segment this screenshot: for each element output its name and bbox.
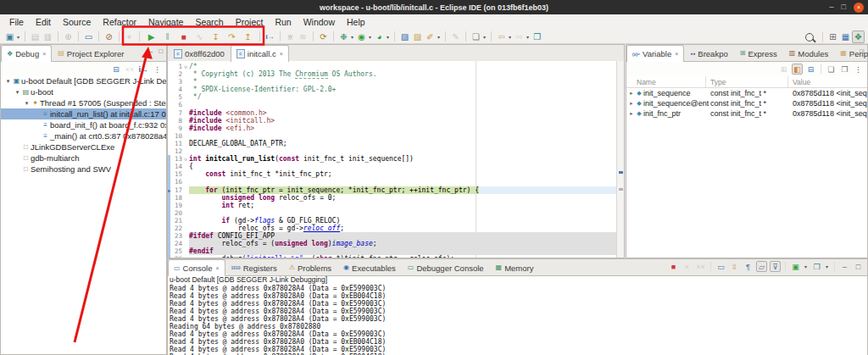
suspend-icon[interactable]: ‖ [159, 31, 175, 43]
line-number[interactable]: 12 [168, 147, 182, 155]
line-number[interactable]: 3 [168, 78, 182, 86]
refresh-icon[interactable]: ⟳ [317, 31, 330, 43]
line-number[interactable]: 4 [168, 86, 182, 93]
hide-frames-icon[interactable]: ≋ [297, 31, 309, 43]
line-number[interactable]: 9 [168, 125, 182, 132]
variable-row[interactable]: ▸◆init_sequence@entconst init_fnc_t *0x8… [626, 98, 867, 108]
code-line-23[interactable]: 23#ifdef CONFIG_EFI_APP [168, 232, 616, 240]
show-stdout-icon[interactable]: ▱ [756, 261, 767, 272]
view-tab-debugger-console[interactable]: ▭Debugger Console [402, 259, 490, 275]
maximize-icon[interactable]: □ [853, 261, 864, 272]
debug-button-dropdown[interactable]: ▾ [351, 34, 353, 40]
show-logical-structure-icon[interactable]: ◧ [792, 64, 803, 75]
disconnect-icon[interactable]: ∿ [192, 31, 208, 43]
code-line-18[interactable]: 18 unsigned long reloc_ofs = 0; [168, 194, 616, 202]
view-tab-memory[interactable]: ▦Memory [490, 259, 540, 275]
forward-icon[interactable]: ⇨ [513, 31, 526, 43]
forward-icon-dropdown[interactable]: ▾ [526, 34, 529, 40]
code-line-6[interactable]: 6 [168, 101, 616, 108]
view-tab-registers[interactable]: 1010Registers [225, 259, 283, 275]
line-number[interactable]: 8 [168, 117, 182, 125]
fold-minus-icon[interactable]: ⊖ [182, 63, 189, 70]
collapse-all-icon[interactable]: ⊟ [110, 64, 121, 75]
open-type-icon[interactable]: ▨ [398, 31, 411, 43]
variable-row[interactable]: ▸◆init_fnc_ptrconst init_fnc_t *0x8785d1… [626, 108, 867, 119]
instruction-stepping-mode-icon[interactable]: i→ [137, 64, 149, 75]
editor-tab-initcall-c[interactable]: cinitcall.c× [231, 45, 289, 62]
minimize-window-icon[interactable]: – [830, 3, 834, 11]
use-step-filters-icon[interactable]: ⋇ [284, 31, 297, 43]
search-icon[interactable] [805, 33, 814, 42]
maximize-view-icon[interactable]: □ [159, 47, 163, 56]
word-wrap-icon[interactable]: ¶ [743, 261, 754, 272]
console-output[interactable]: u-boot Default [GDB SEGGER J-Link Debugg… [170, 276, 867, 355]
pin-console-icon[interactable]: ⊽ [770, 261, 781, 272]
code-line-16[interactable]: 16 [168, 178, 616, 186]
expand-arrow-icon[interactable]: ▾ [4, 78, 12, 85]
code-line-10[interactable]: 10 [168, 132, 616, 140]
minimize-view-icon[interactable]: – [850, 47, 854, 56]
back-icon[interactable]: ⇦ [495, 31, 508, 43]
terminate-icon[interactable]: ■ [668, 261, 679, 272]
code-line-7[interactable]: 7#include <common.h> [168, 109, 616, 117]
code-line-1[interactable]: 1⊖/* [168, 63, 616, 70]
code-line-20[interactable]: 20 [168, 209, 616, 217]
expand-arrow-icon[interactable]: ▸ [628, 90, 635, 97]
profile-button[interactable]: ◕ [373, 31, 386, 43]
edit-icon[interactable]: ✎ [449, 31, 462, 43]
line-number[interactable]: 7 [168, 109, 182, 117]
debug-tree-item[interactable]: ≡initcall_run_list() at initcall.c:17 0x… [1, 108, 166, 119]
debug-tree-item[interactable]: ▾▤u-boot [1, 86, 166, 97]
code-line-22[interactable]: 22 reloc_ofs = gd->reloc_off; [168, 225, 616, 232]
menu-search[interactable]: Search [189, 14, 229, 30]
debug-tree-item[interactable]: ≡_main() at crt0.S:87 0x878028a4 [1, 130, 166, 141]
menu-run[interactable]: Run [269, 14, 297, 30]
line-number[interactable]: 5 [168, 93, 182, 101]
close-tab-icon[interactable]: × [675, 51, 678, 57]
new-editor-window-icon[interactable]: ❐ [531, 31, 543, 43]
line-number[interactable]: 2 [168, 70, 182, 78]
display-console-icon[interactable]: ▣ [790, 261, 801, 272]
code-line-8[interactable]: 8#include <initcall.h> [168, 117, 616, 125]
menu-file[interactable]: File [3, 14, 30, 30]
code-line-19[interactable]: 19 int ret; [168, 202, 616, 209]
view-tab-console[interactable]: ▭Console× [168, 259, 225, 276]
remove-all-launches-icon[interactable]: ×× [695, 261, 706, 272]
view-menu-icon[interactable]: ⋮ [152, 64, 163, 75]
code-line-9[interactable]: 9#include <efi.h> [168, 125, 616, 132]
clear-console-icon[interactable]: ▭ [715, 261, 726, 272]
view-tab-express[interactable]: ⊞Express [734, 45, 783, 61]
code-line-3[interactable]: 3 * [168, 78, 616, 86]
collapse-all-icon[interactable]: ⊟ [805, 64, 816, 75]
code-line-4[interactable]: 4 * SPDX-License-Identifier: GPL-2.0+ [168, 86, 616, 93]
save-all-icon[interactable]: ▥ [42, 31, 54, 43]
back-icon-dropdown[interactable]: ▾ [509, 34, 511, 40]
view-tab-problems[interactable]: ⚠Problems [283, 259, 337, 275]
view-tab-executables[interactable]: ◉Executables [337, 259, 402, 275]
code-line-15[interactable]: 15 const init_fnc_t *init_fnc_ptr; [168, 170, 616, 178]
terminate-icon[interactable]: ■ [175, 31, 192, 43]
code-line-17[interactable]: ▶17 for (init_fnc_ptr = init_sequence; *… [168, 186, 616, 194]
code-line-2[interactable]: 2 * Copyright (c) 2013 The Chromium OS A… [168, 70, 616, 78]
pin-editor-icon[interactable]: ❏ [470, 31, 482, 43]
debug-tree-item[interactable]: ▾✦Thread #1 57005 (Suspended : Step) [1, 97, 166, 108]
run-button[interactable]: ◉ [355, 31, 368, 43]
new-watch-icon[interactable]: ❏ [826, 64, 837, 75]
new-wizard-icon[interactable]: ▣ [3, 31, 16, 43]
code-line-14[interactable]: 14{ [168, 163, 616, 170]
view-tab-debug[interactable]: ❖Debug× [1, 45, 52, 62]
menu-edit[interactable]: Edit [30, 14, 57, 30]
profile-button-dropdown[interactable]: ▾ [387, 34, 389, 40]
code-line-11[interactable]: 11DECLARE_GLOBAL_DATA_PTR; [168, 140, 616, 147]
menu-navigate[interactable]: Navigate [142, 14, 189, 30]
remove-all-terminated-icon[interactable]: ×× [124, 64, 135, 75]
instruction-stepping-icon[interactable]: i→ [264, 31, 276, 43]
open-console-icon-dropdown[interactable]: ▾ [826, 263, 828, 269]
resume-icon[interactable]: ▶ [143, 31, 159, 43]
step-over-icon[interactable]: ↷ [224, 31, 240, 43]
code-line-12[interactable]: 12 [168, 147, 616, 155]
debug-button[interactable]: ❉ [337, 31, 350, 43]
expand-arrow-icon[interactable]: ▸ [628, 110, 635, 117]
open-resource-icon[interactable]: ▨ [411, 31, 424, 43]
close-tab-icon[interactable]: × [215, 265, 219, 271]
